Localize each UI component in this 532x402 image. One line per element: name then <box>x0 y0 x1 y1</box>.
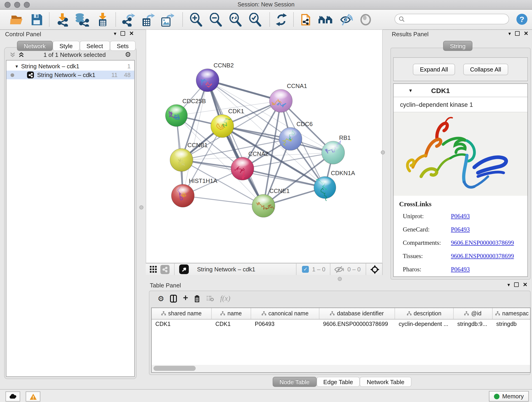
delete-column-icon[interactable] <box>194 294 201 302</box>
results-panel: Results Panel ▾ ✕ String Expand All Coll… <box>389 29 532 281</box>
warning-icon <box>29 393 37 400</box>
node-RB1[interactable]: RB1 <box>322 134 351 164</box>
control-panel-float-icon[interactable] <box>120 31 125 36</box>
selected-checkbox-icon[interactable]: ✓ <box>302 266 309 273</box>
column-header[interactable]: canonical name <box>251 308 319 319</box>
hidden-eye-icon[interactable] <box>334 266 344 273</box>
grid-view-icon[interactable] <box>149 265 157 273</box>
node-CDKN1A[interactable]: CDKN1A <box>314 170 355 201</box>
gene-description: cyclin–dependent kinase 1 <box>400 101 473 108</box>
warning-button[interactable] <box>26 391 40 402</box>
edge-HIST1H1A-CCNE1[interactable] <box>183 196 264 206</box>
show-columns-icon[interactable] <box>170 294 177 302</box>
results-panel-collapse-icon[interactable]: ▾ <box>508 31 511 36</box>
cell-name: CDK1 <box>212 319 251 330</box>
right-splitter-handle[interactable] <box>381 150 385 154</box>
cloud-button[interactable] <box>6 391 20 402</box>
control-panel-collapse-icon[interactable]: ▾ <box>114 31 116 36</box>
network-row-selected[interactable]: String Network – cdk1 11 48 <box>6 70 134 79</box>
column-header[interactable]: shared name <box>152 308 212 319</box>
zoom-selected-icon[interactable] <box>248 13 262 27</box>
refresh-icon[interactable] <box>275 13 288 27</box>
search-input[interactable] <box>405 15 503 23</box>
expand-all-button[interactable]: Expand All <box>413 64 455 75</box>
crosslink-value[interactable]: 9606.ENSP00000378699 <box>451 253 514 260</box>
table-panel-title: Table Panel <box>150 282 181 289</box>
string-document-icon[interactable] <box>300 13 313 27</box>
control-panel-close-icon[interactable]: ✕ <box>129 31 134 36</box>
memory-button[interactable]: Memory <box>489 391 529 402</box>
tab-string[interactable]: String <box>443 41 472 51</box>
cell-namespace: stringdb <box>493 319 530 330</box>
left-splitter-handle[interactable] <box>139 205 143 210</box>
crosslink-value[interactable]: 9606.ENSP00000378699 <box>451 239 514 247</box>
network-collection-row[interactable]: ▼ String Network – cdk1 1 <box>6 62 134 70</box>
crosslink-value[interactable]: P06493 <box>451 226 470 233</box>
toolbar-separator <box>293 12 294 27</box>
export-network-icon[interactable] <box>122 13 136 27</box>
open-session-icon[interactable] <box>10 13 25 27</box>
table-panel-collapse-icon[interactable]: ▾ <box>507 282 510 287</box>
node-HIST1H1A[interactable]: HIST1H1A <box>171 177 217 207</box>
results-panel-float-icon[interactable] <box>515 31 520 36</box>
node-CCNB1[interactable]: CCNB1 <box>170 142 208 172</box>
home-pair-icon[interactable] <box>318 13 333 27</box>
hide-unhide-icon[interactable] <box>339 13 353 27</box>
tab-node-table[interactable]: Node Table <box>273 377 317 387</box>
edge-CCNB2-CCNE1[interactable] <box>208 80 264 206</box>
import-network-database-icon[interactable] <box>74 13 89 27</box>
zoom-out-icon[interactable] <box>209 13 222 27</box>
zoom-fit-icon[interactable] <box>229 13 242 27</box>
column-header[interactable]: namespac <box>493 308 530 319</box>
table-header-row: shared name name canonical name database… <box>152 308 530 319</box>
column-header[interactable]: @id <box>454 308 493 319</box>
node-CDK1[interactable]: CDK1 <box>211 108 244 138</box>
birdseye-view-icon[interactable] <box>179 264 189 274</box>
add-column-icon[interactable]: + <box>183 293 188 303</box>
network-options-gear-icon[interactable]: ⚙ <box>125 51 131 59</box>
column-header[interactable]: description <box>395 308 454 319</box>
node-CCNB2[interactable]: CCNB2 <box>196 62 234 92</box>
gene-card-header[interactable]: ▼ CDK1 <box>394 84 527 97</box>
help-icon[interactable]: ? <box>516 13 528 25</box>
import-table-icon[interactable] <box>96 13 109 27</box>
crosslink-value[interactable]: P06493 <box>451 213 470 220</box>
network-canvas[interactable]: CCNB2CCNA1CDC25BCDK1CDC6RB1CCNB1CCNA2CDK… <box>146 29 383 263</box>
network-selected-status: 1 of 1 Network selected <box>24 51 125 58</box>
export-image-icon[interactable] <box>160 13 174 27</box>
table-panel-close-icon[interactable]: ✕ <box>523 282 527 287</box>
horizontal-splitter-handle[interactable] <box>338 277 342 281</box>
table-gear-icon[interactable]: ⚙ <box>158 294 164 303</box>
horizontal-scrollbar[interactable] <box>152 365 530 372</box>
main-toolbar: ? <box>0 10 532 30</box>
save-session-icon[interactable] <box>30 13 43 27</box>
gene-expand-icon[interactable]: ▼ <box>408 88 413 93</box>
node-CCNA1[interactable]: CCNA1 <box>269 83 307 112</box>
node-label-RB1: RB1 <box>339 134 351 141</box>
table-row[interactable]: CDK1 CDK1 P06493 9606.ENSP00000378699 cy… <box>152 319 530 330</box>
crosslink-value[interactable]: P06493 <box>451 266 470 273</box>
toolbar-separator <box>182 12 183 27</box>
scrollbar-thumb[interactable] <box>153 366 196 371</box>
edge-CCNA2-CDKN1A[interactable] <box>242 169 325 187</box>
zoom-in-icon[interactable] <box>189 13 203 27</box>
collapse-all-chevron-icon[interactable] <box>10 51 16 57</box>
tab-network-table[interactable]: Network Table <box>360 377 411 387</box>
import-network-file-icon[interactable] <box>56 13 69 27</box>
column-header[interactable]: database identifier <box>319 308 395 319</box>
node-label-HIST1H1A: HIST1H1A <box>189 177 217 184</box>
export-table-icon[interactable] <box>141 13 155 27</box>
column-header[interactable]: name <box>212 308 251 319</box>
tree-expand-icon[interactable]: ▼ <box>15 64 21 69</box>
results-panel-close-icon[interactable]: ✕ <box>524 31 528 36</box>
tab-edge-table[interactable]: Edge Table <box>317 377 360 387</box>
toolbar-separator <box>296 264 297 275</box>
collapse-all-button[interactable]: Collapse All <box>463 64 508 75</box>
share-view-icon[interactable] <box>160 265 170 274</box>
expand-all-chevron-icon[interactable] <box>18 51 24 57</box>
crosshair-icon[interactable] <box>370 265 380 274</box>
network-graph[interactable]: CCNB2CCNA1CDC25BCDK1CDC6RB1CCNB1CCNA2CDK… <box>146 30 382 263</box>
eye-icon[interactable] <box>359 13 372 27</box>
table-panel-float-icon[interactable] <box>514 282 519 287</box>
node-label-CCNA2: CCNA2 <box>248 150 268 157</box>
